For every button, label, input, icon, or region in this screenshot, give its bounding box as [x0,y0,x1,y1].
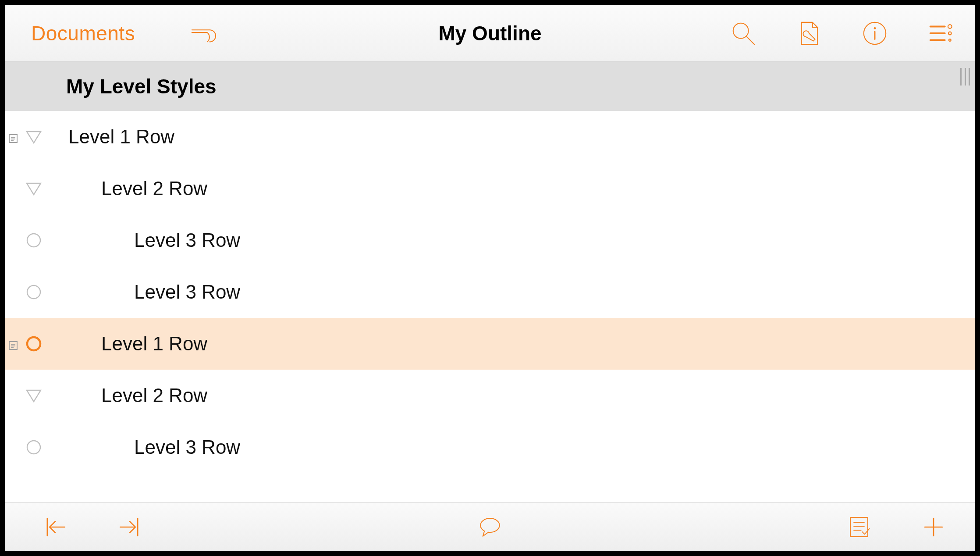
toolbar-right-group [728,18,965,49]
disclosure-triangle-icon[interactable] [22,384,45,407]
outline-row[interactable]: Level 3 Row [5,214,975,266]
row-text[interactable]: Level 1 Row [38,333,207,355]
row-gutter [5,370,62,421]
svg-marker-24 [27,390,41,402]
comment-icon [477,514,503,540]
list-settings-button[interactable] [925,18,956,49]
row-gutter [5,111,62,163]
toolbar-bottom [5,502,975,551]
outline-row[interactable]: Level 3 Row [5,421,975,473]
svg-point-9 [948,32,952,35]
row-handle-circle-icon[interactable] [22,281,45,303]
row-handle-circle-icon[interactable] [22,332,45,355]
svg-point-17 [27,234,40,247]
note-indicator-icon[interactable] [8,126,18,148]
toolbar-left-group: Documents [31,18,218,49]
row-text[interactable]: Level 3 Row [71,229,240,251]
svg-point-23 [27,337,40,350]
svg-marker-16 [27,183,41,195]
toolbar-top: Documents My Outline [5,5,975,62]
row-text[interactable]: Level 2 Row [38,178,207,200]
svg-point-10 [949,39,951,41]
svg-point-0 [733,23,749,38]
row-gutter [5,318,62,370]
app-frame: Documents My Outline [0,0,980,556]
document-area[interactable]: My Level Styles Level 1 RowLevel 2 RowLe… [5,62,975,502]
disclosure-triangle-icon[interactable] [22,125,45,148]
outline-row[interactable]: Level 2 Row [5,163,975,214]
page-title: My Outline [438,21,541,45]
svg-point-25 [27,441,40,454]
drag-handle-icon[interactable] [960,68,970,86]
search-button[interactable] [728,18,759,49]
group-title: My Level Styles [66,75,217,98]
undo-button[interactable] [188,18,218,49]
comment-button[interactable] [475,512,505,542]
search-icon [730,20,757,47]
info-button[interactable] [859,18,890,49]
row-handle-circle-icon[interactable] [22,436,45,459]
bottom-center-group [5,512,975,542]
undo-icon [189,20,217,47]
rows-container: Level 1 RowLevel 2 RowLevel 3 RowLevel 3… [5,111,975,473]
outline-row[interactable]: Level 1 Row [5,318,975,370]
inspector-button[interactable] [794,18,824,49]
row-gutter [5,266,62,318]
row-gutter [5,421,62,473]
svg-point-8 [948,25,952,29]
note-indicator-icon[interactable] [8,333,18,355]
outline-row[interactable]: Level 2 Row [5,370,975,421]
list-settings-icon [927,20,954,47]
svg-point-3 [874,27,876,29]
row-text[interactable]: Level 2 Row [38,385,207,406]
row-text[interactable]: Level 3 Row [71,436,240,458]
group-header[interactable]: My Level Styles [5,62,975,111]
disclosure-triangle-icon[interactable] [22,177,45,200]
svg-marker-15 [27,132,41,143]
documents-button[interactable]: Documents [31,21,135,45]
info-icon [861,20,888,47]
row-text[interactable]: Level 3 Row [71,281,240,303]
svg-point-18 [27,285,40,299]
row-gutter [5,214,62,266]
wrench-document-icon [795,20,823,47]
outline-row[interactable]: Level 3 Row [5,266,975,318]
svg-line-1 [747,36,754,44]
row-gutter [5,163,62,214]
row-handle-circle-icon[interactable] [22,229,45,252]
outline-row[interactable]: Level 1 Row [5,111,975,163]
